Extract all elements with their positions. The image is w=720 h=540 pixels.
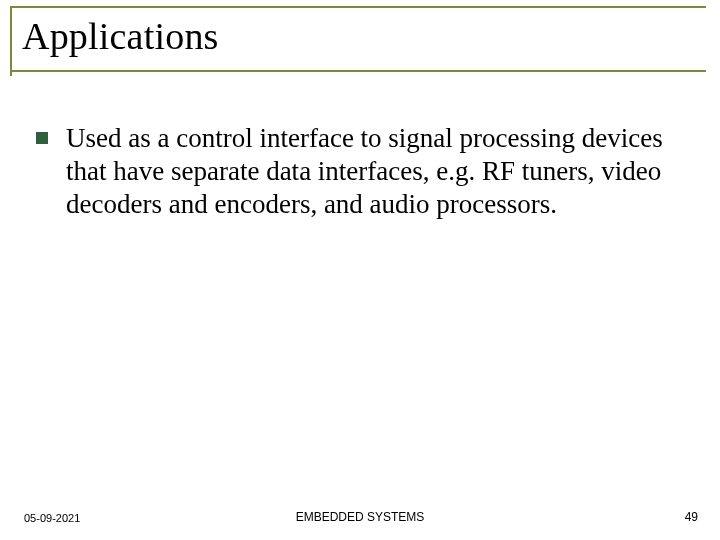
footer-page-number: 49 [685, 510, 698, 524]
slide-body: Used as a control interface to signal pr… [36, 122, 686, 221]
rule-left [10, 6, 12, 76]
slide-footer: 05-09-2021 EMBEDDED SYSTEMS 49 [0, 504, 720, 524]
slide-title: Applications [22, 14, 219, 58]
rule-top [10, 6, 706, 8]
footer-center: EMBEDDED SYSTEMS [0, 510, 720, 524]
bullet-item: Used as a control interface to signal pr… [36, 122, 686, 221]
square-bullet-icon [36, 132, 48, 144]
bullet-text: Used as a control interface to signal pr… [66, 122, 686, 221]
slide: Applications Used as a control interface… [0, 0, 720, 540]
rule-under-title [10, 70, 706, 72]
